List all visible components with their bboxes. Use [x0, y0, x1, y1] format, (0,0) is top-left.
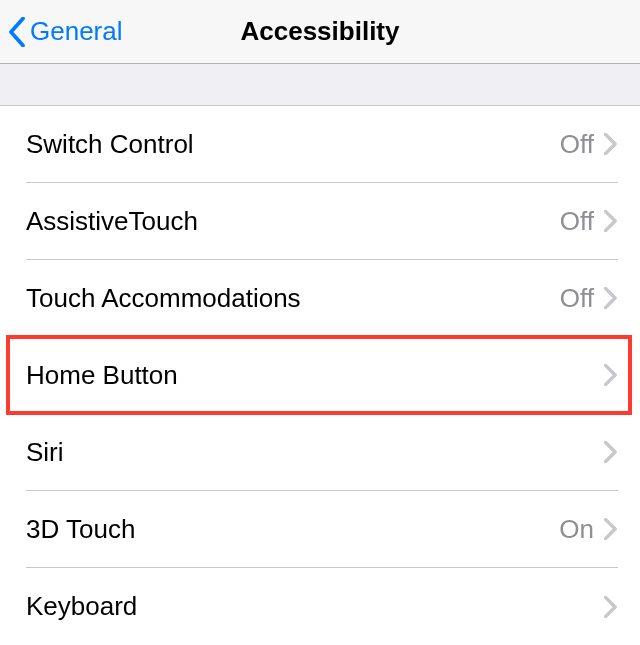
row-siri[interactable]: Siri [0, 414, 640, 491]
row-label: AssistiveTouch [26, 206, 560, 237]
chevron-right-icon [604, 596, 618, 618]
chevron-right-icon [604, 133, 618, 155]
row-label: Touch Accommodations [26, 283, 560, 314]
row-label: Siri [26, 437, 594, 468]
row-touch-accommodations[interactable]: Touch Accommodations Off [0, 260, 640, 337]
chevron-right-icon [604, 364, 618, 386]
chevron-right-icon [604, 441, 618, 463]
navbar: General Accessibility [0, 0, 640, 64]
row-switch-control[interactable]: Switch Control Off [0, 106, 640, 183]
row-label: 3D Touch [26, 514, 559, 545]
row-assistivetouch[interactable]: AssistiveTouch Off [0, 183, 640, 260]
row-home-button[interactable]: Home Button [0, 337, 640, 414]
back-button[interactable]: General [8, 16, 123, 47]
back-label: General [30, 16, 123, 47]
row-3d-touch[interactable]: 3D Touch On [0, 491, 640, 568]
row-label: Switch Control [26, 129, 560, 160]
row-value: Off [560, 129, 594, 160]
row-value: Off [560, 283, 594, 314]
row-label: Home Button [26, 360, 594, 391]
chevron-right-icon [604, 210, 618, 232]
row-keyboard[interactable]: Keyboard [0, 568, 640, 645]
chevron-right-icon [604, 287, 618, 309]
row-label: Keyboard [26, 591, 594, 622]
settings-list: Switch Control Off AssistiveTouch Off To… [0, 106, 640, 645]
row-value: Off [560, 206, 594, 237]
chevron-right-icon [604, 518, 618, 540]
section-spacer [0, 64, 640, 106]
row-value: On [559, 514, 594, 545]
chevron-left-icon [8, 17, 26, 47]
